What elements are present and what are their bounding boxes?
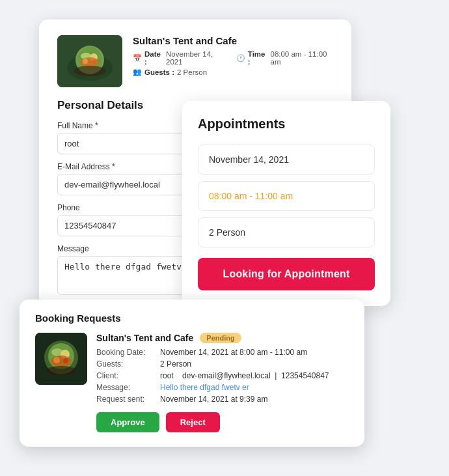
svg-point-17 (63, 358, 68, 363)
action-buttons: Approve Reject (96, 412, 349, 432)
client-info: root dev-email@flywheel.local | 12354540… (160, 371, 349, 381)
booking-date-label: Booking Date: (96, 347, 155, 357)
time-item: 🕐 Time : 08:00 am - 11:00 am (236, 50, 333, 66)
appointment-time-item: 08:00 am - 11:00 am (198, 181, 375, 211)
svg-point-8 (92, 60, 96, 64)
client-phone: 12354540847 (281, 371, 329, 380)
guests-label: Guests: (96, 359, 155, 369)
svg-point-7 (83, 59, 88, 64)
client-name: root (160, 371, 174, 380)
date-item: 📅 Date : November 14, 2021 (133, 50, 226, 66)
request-sent-value: November 14, 2021 at 9:39 am (160, 394, 349, 404)
calendar-icon: 📅 (133, 54, 142, 63)
appointment-date: November 14, 2021 (209, 154, 289, 165)
booking-restaurant-name: Sultan's Tent and Cafe (96, 333, 193, 343)
client-label: Client: (96, 371, 155, 381)
booking-item-content: Sultan's Tent and Cafe Pending Booking D… (96, 333, 349, 432)
guests-value: 2 Person (160, 359, 349, 369)
restaurant-info: Sultan's Tent and Cafe 📅 Date : November… (133, 35, 333, 76)
booking-item: Sultan's Tent and Cafe Pending Booking D… (35, 333, 349, 432)
guests-row: 👥 Guests : 2 Person (133, 68, 333, 76)
booking-item-image (35, 333, 87, 385)
restaurant-name: Sultan's Tent and Cafe (133, 35, 333, 46)
client-email: dev-email@flywheel.local (182, 371, 271, 380)
guests-icon: 👥 (133, 68, 142, 76)
booking-date-value: November 14, 2021 at 8:00 am - 11:00 am (160, 347, 349, 357)
message-value: Hello there dfgad fwetv er (160, 382, 349, 393)
booking-requests-card: Booking Requests Sultan's Tent and C (20, 300, 364, 447)
approve-button[interactable]: Approve (96, 412, 159, 432)
lookup-appointment-button[interactable]: Looking for Appointment (198, 258, 375, 290)
booking-details: Booking Date: November 14, 2021 at 8:00 … (96, 347, 349, 404)
svg-point-18 (47, 366, 75, 375)
svg-point-16 (53, 357, 60, 363)
appointment-date-item: November 14, 2021 (198, 145, 375, 175)
appointment-time: 08:00 am - 11:00 am (209, 191, 293, 201)
appointment-guests: 2 Person (209, 227, 245, 238)
scene: Sultan's Tent and Cafe 📅 Date : November… (0, 0, 449, 476)
appointment-guests-item: 2 Person (198, 217, 375, 247)
request-sent-label: Request sent: (96, 394, 155, 404)
clock-icon: 🕐 (236, 54, 245, 63)
reject-button[interactable]: Reject (166, 412, 220, 432)
appointments-title: Appointments (198, 117, 375, 132)
date-row: 📅 Date : November 14, 2021 🕐 Time : 08:0… (133, 50, 333, 66)
svg-point-9 (74, 66, 106, 76)
message-label: Message: (96, 382, 155, 393)
appointments-card: Appointments November 14, 2021 08:00 am … (182, 101, 390, 306)
booking-requests-title: Booking Requests (35, 313, 349, 324)
booking-item-header: Sultan's Tent and Cafe Pending (96, 333, 349, 343)
status-badge: Pending (200, 333, 241, 343)
restaurant-image (57, 35, 122, 87)
restaurant-header: Sultan's Tent and Cafe 📅 Date : November… (57, 35, 333, 87)
